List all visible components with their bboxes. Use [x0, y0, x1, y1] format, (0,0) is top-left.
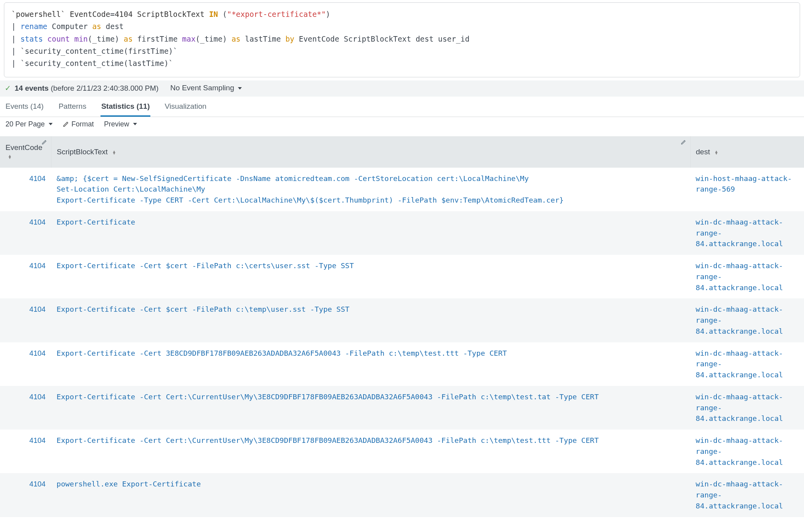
- column-label: ScriptBlockText: [57, 148, 108, 156]
- dest-value[interactable]: win-host-mhaag-attack-range-569: [696, 174, 792, 194]
- dest-value[interactable]: win-dc-mhaag-attack-range-84.attackrange…: [696, 261, 783, 292]
- sort-icon[interactable]: ▲▼: [714, 150, 718, 154]
- result-tabs: Events (14)PatternsStatistics (11)Visual…: [0, 97, 804, 117]
- table-row[interactable]: 4104&amp; {$cert = New-SelfSignedCertifi…: [0, 168, 804, 211]
- table-row[interactable]: 4104Export-Certificate -Cert 3E8CD9DFBF1…: [0, 342, 804, 386]
- sort-icon[interactable]: ▲▼: [8, 155, 12, 159]
- eventcode-value[interactable]: 4104: [29, 174, 46, 183]
- sort-icon[interactable]: ▲▼: [112, 150, 116, 154]
- tab-events[interactable]: Events (14): [5, 97, 44, 117]
- tab-statistics[interactable]: Statistics (11): [100, 97, 151, 117]
- eventcode-value[interactable]: 4104: [29, 261, 46, 270]
- caret-down-icon: [238, 87, 242, 90]
- column-header-scriptblocktext[interactable]: ScriptBlockText ▲▼: [51, 136, 690, 168]
- dest-value[interactable]: win-dc-mhaag-attack-range-84.attackrange…: [696, 305, 783, 335]
- eventcode-value[interactable]: 4104: [29, 393, 46, 401]
- search-query-box[interactable]: `powershell` EventCode=4104 ScriptBlockT…: [4, 2, 800, 77]
- caret-down-icon: [49, 123, 53, 125]
- dest-value[interactable]: win-dc-mhaag-attack-range-84.attackrange…: [696, 480, 783, 510]
- column-label: dest: [696, 148, 710, 156]
- eventcode-value[interactable]: 4104: [29, 305, 46, 313]
- column-label: EventCode: [5, 143, 42, 152]
- tab-visualization[interactable]: Visualization: [164, 97, 207, 117]
- eventcode-value[interactable]: 4104: [29, 218, 46, 226]
- table-row[interactable]: 4104Export-Certificate -Cert Cert:\Curre…: [0, 430, 804, 473]
- per-page-label: 20 Per Page: [5, 120, 45, 128]
- results-table: EventCode ▲▼ ScriptBlockText ▲▼ dest ▲▼ …: [0, 136, 804, 517]
- table-row[interactable]: 4104Export-Certificate -Cert $cert -File…: [0, 298, 804, 342]
- results-meta-bar: ✓ 14 events (before 2/11/23 2:40:38.000 …: [0, 80, 804, 97]
- event-sampling-dropdown[interactable]: No Event Sampling: [170, 84, 242, 92]
- dest-value[interactable]: win-dc-mhaag-attack-range-84.attackrange…: [696, 349, 783, 379]
- per-page-dropdown[interactable]: 20 Per Page: [5, 120, 53, 128]
- eventcode-value[interactable]: 4104: [29, 436, 46, 444]
- check-icon: ✓: [5, 84, 11, 92]
- pencil-icon[interactable]: [42, 139, 47, 146]
- scriptblocktext-value[interactable]: Export-Certificate -Cert $cert -FilePath…: [57, 305, 349, 313]
- scriptblocktext-value[interactable]: &amp; {$cert = New-SelfSignedCertificate…: [57, 174, 564, 205]
- pencil-icon: [63, 121, 69, 127]
- column-header-dest[interactable]: dest ▲▼: [690, 136, 804, 168]
- eventcode-value[interactable]: 4104: [29, 349, 46, 357]
- event-count: 14 events: [15, 84, 49, 92]
- scriptblocktext-value[interactable]: Export-Certificate -Cert 3E8CD9DFBF178FB…: [57, 349, 507, 357]
- dest-value[interactable]: win-dc-mhaag-attack-range-84.attackrange…: [696, 436, 783, 466]
- scriptblocktext-value[interactable]: Export-Certificate: [57, 218, 135, 226]
- preview-label: Preview: [104, 120, 129, 128]
- format-button[interactable]: Format: [63, 120, 94, 128]
- scriptblocktext-value[interactable]: Export-Certificate -Cert $cert -FilePath…: [57, 261, 354, 270]
- scriptblocktext-value[interactable]: Export-Certificate -Cert Cert:\CurrentUs…: [57, 436, 599, 444]
- table-row[interactable]: 4104Export-Certificate -Cert $cert -File…: [0, 255, 804, 298]
- tab-patterns[interactable]: Patterns: [58, 97, 87, 117]
- results-toolbar: 20 Per Page Format Preview: [0, 117, 804, 136]
- table-row[interactable]: 4104Export-Certificate -Cert Cert:\Curre…: [0, 386, 804, 430]
- time-range-label: (before 2/11/23 2:40:38.000 PM): [49, 84, 159, 92]
- scriptblocktext-value[interactable]: Export-Certificate -Cert Cert:\CurrentUs…: [57, 393, 599, 401]
- pencil-icon[interactable]: [681, 139, 686, 146]
- eventcode-value[interactable]: 4104: [29, 480, 46, 488]
- preview-dropdown[interactable]: Preview: [104, 120, 137, 128]
- dest-value[interactable]: win-dc-mhaag-attack-range-84.attackrange…: [696, 218, 783, 248]
- scriptblocktext-value[interactable]: powershell.exe Export-Certificate: [57, 480, 201, 488]
- table-row[interactable]: 4104Export-Certificatewin-dc-mhaag-attac…: [0, 211, 804, 255]
- table-row[interactable]: 4104powershell.exe Export-Certificatewin…: [0, 473, 804, 517]
- column-header-eventcode[interactable]: EventCode ▲▼: [0, 136, 51, 168]
- caret-down-icon: [133, 123, 137, 125]
- format-label: Format: [71, 120, 94, 128]
- event-sampling-label: No Event Sampling: [170, 84, 234, 92]
- dest-value[interactable]: win-dc-mhaag-attack-range-84.attackrange…: [696, 393, 783, 423]
